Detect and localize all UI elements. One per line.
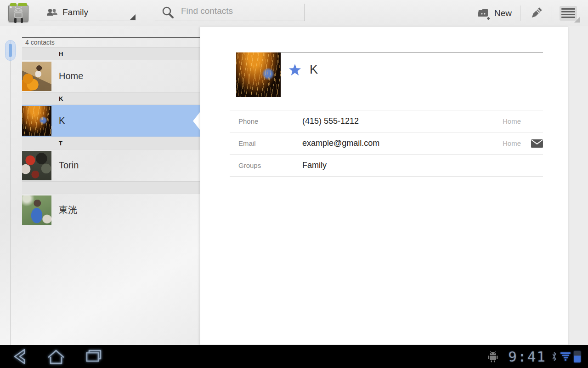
binder-clip (21, 18, 23, 23)
fast-scroll-track (10, 40, 11, 345)
status-area[interactable]: 9:41 (487, 345, 581, 368)
pencil-icon (529, 6, 543, 21)
action-bar-buttons: New (469, 0, 584, 26)
action-bar: A Family (0, 0, 588, 26)
search-icon (161, 6, 175, 19)
phone-type-label: Home (503, 117, 521, 125)
email-type-label: Home (503, 139, 521, 147)
android-robot-icon (487, 351, 498, 362)
android-robot-watermark (10, 6, 27, 19)
back-button[interactable] (7, 346, 29, 367)
groups-value: Family (302, 161, 521, 170)
edit-contact-button[interactable] (520, 0, 552, 26)
recents-icon (84, 347, 104, 366)
contact-list-panel: 4 contacts H Home K K T Torin (0, 26, 200, 345)
favorite-star-button[interactable] (288, 63, 301, 76)
group-icon (46, 8, 58, 17)
spinner-caret-icon (130, 14, 136, 20)
new-button-label: New (494, 8, 512, 18)
send-email-button[interactable] (521, 139, 543, 148)
home-icon (45, 347, 67, 366)
contacts-app-icon[interactable]: A (7, 2, 29, 24)
selected-row-notch (193, 112, 200, 130)
contact-photo (22, 62, 51, 91)
contact-photo (22, 106, 51, 136)
recent-apps-button[interactable] (83, 346, 105, 367)
add-contact-icon (477, 6, 491, 20)
group-filter-spinner[interactable]: Family (39, 4, 136, 21)
phone-field-row[interactable]: Phone (415) 555-1212 Home (230, 110, 543, 132)
contact-row-k-selected[interactable]: K (22, 105, 200, 137)
field-label: Email (230, 139, 302, 147)
field-label: Phone (230, 117, 302, 125)
contact-detail-name: K (310, 63, 318, 77)
contact-row-home[interactable]: Home (22, 60, 200, 92)
field-label: Groups (230, 161, 302, 169)
home-button[interactable] (45, 346, 67, 367)
contact-photo (22, 196, 51, 225)
back-icon (9, 347, 28, 366)
group-filter-label: Family (62, 7, 88, 17)
email-value: example@gmail.com (302, 138, 503, 148)
section-header-blank (22, 181, 200, 194)
section-header-t: T (22, 137, 200, 150)
menu-caret-icon (574, 17, 580, 23)
battery-icon (574, 351, 581, 362)
contact-detail-panel: K Phone (415) 555-1212 Home Email exampl… (200, 26, 568, 345)
contact-photo (22, 151, 51, 180)
contact-list: 4 contacts H Home K K T Torin (22, 37, 200, 226)
overflow-menu-button[interactable] (552, 0, 584, 26)
system-navigation-bar: 9:41 (0, 345, 588, 368)
binder-clip (14, 18, 17, 23)
email-icon (531, 139, 543, 148)
wifi-icon (560, 352, 571, 361)
contact-count-label: 4 contacts (22, 38, 200, 47)
groups-field-row[interactable]: Groups Family (230, 155, 543, 177)
phone-value: (415) 555-1212 (302, 116, 503, 126)
search-input[interactable] (175, 6, 305, 19)
clock: 9:41 (508, 348, 546, 365)
contacts-app-screen: A Family (0, 0, 588, 368)
star-icon (288, 63, 301, 76)
email-field-row[interactable]: Email example@gmail.com Home (230, 132, 543, 155)
contact-row-torin[interactable]: Torin (22, 150, 200, 181)
search-field[interactable] (155, 4, 305, 21)
fast-scroll-thumb[interactable] (5, 40, 16, 61)
contact-name-row: K (288, 63, 318, 77)
contact-detail-photo[interactable] (236, 52, 281, 97)
contact-row-tohko[interactable]: 東洸 (22, 194, 200, 226)
new-contact-button[interactable]: New (469, 0, 520, 26)
name-divider-line (281, 52, 543, 53)
detail-fields: Phone (415) 555-1212 Home Email example@… (230, 110, 543, 177)
section-header-k: K (22, 92, 200, 105)
section-header-h: H (22, 47, 200, 60)
bluetooth-icon (551, 351, 557, 362)
